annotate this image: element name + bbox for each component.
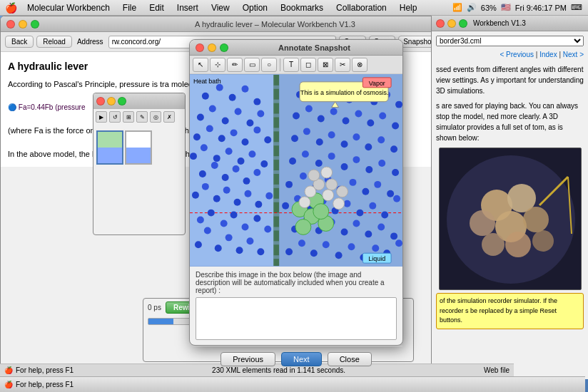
thumbnail-window: ▶ ↺ ⊞ ✎ ◎ ✗ — [93, 93, 186, 235]
tool-icon-2[interactable]: ↺ — [109, 111, 121, 123]
simulation-canvas: This is a simulation of osmosis. Heat ba… — [190, 74, 402, 267]
thumbnail-2[interactable] — [125, 130, 152, 165]
tool-separator — [280, 58, 280, 71]
tool-extra1[interactable]: ✂ — [335, 58, 350, 72]
tool-text[interactable]: T — [283, 58, 299, 72]
tool-pen[interactable]: ✏ — [227, 58, 243, 72]
svg-rect-19 — [273, 156, 279, 160]
back-button[interactable]: Back — [5, 36, 34, 48]
svg-point-95 — [341, 228, 348, 235]
svg-point-48 — [255, 201, 262, 208]
tool-icon-5[interactable]: ◎ — [150, 111, 161, 123]
dialog-max-btn[interactable] — [220, 43, 228, 52]
next-link[interactable]: Next > — [563, 51, 584, 58]
svg-point-145 — [392, 122, 399, 129]
dialog-min-btn[interactable] — [208, 43, 216, 52]
description-textarea[interactable] — [196, 297, 397, 340]
menu-option[interactable]: Option — [237, 1, 273, 14]
thumb-max[interactable] — [118, 97, 126, 105]
svg-point-77 — [216, 84, 223, 91]
tool-rect[interactable]: ▭ — [244, 58, 260, 72]
svg-point-75 — [257, 110, 264, 118]
svg-point-128 — [291, 135, 298, 142]
close-dialog-button[interactable]: Close — [328, 352, 372, 366]
svg-point-167 — [308, 170, 320, 181]
svg-point-122 — [328, 153, 335, 160]
thumb-min[interactable] — [107, 97, 116, 105]
index-link[interactable]: Index — [539, 51, 557, 58]
svg-point-81 — [285, 248, 293, 255]
svg-point-119 — [289, 158, 296, 165]
svg-point-83 — [310, 249, 318, 257]
tool-image[interactable]: ⊠ — [318, 58, 333, 72]
cml-selector[interactable]: border3d.cml — [436, 36, 584, 46]
maximize-button[interactable] — [31, 20, 39, 29]
menubar-right: 📶 🔊 63% 🇺🇸 Fri 9:46:17 PM ⌨ — [452, 3, 588, 12]
svg-rect-15 — [273, 100, 279, 103]
svg-point-66 — [230, 129, 238, 136]
svg-point-118 — [387, 190, 394, 197]
svg-rect-20 — [273, 170, 279, 174]
svg-point-38 — [230, 212, 238, 219]
right-max[interactable] — [459, 19, 467, 28]
3d-molecular-view — [439, 148, 582, 290]
svg-point-99 — [390, 232, 397, 239]
svg-point-51 — [211, 162, 218, 169]
close-button[interactable] — [6, 20, 15, 29]
right-min[interactable] — [447, 19, 456, 28]
tool-oval[interactable]: ○ — [261, 58, 277, 72]
svg-point-59 — [225, 148, 233, 155]
menu-edit[interactable]: Edit — [143, 1, 170, 14]
tool-extra2[interactable]: ⊗ — [352, 58, 368, 72]
menu-help[interactable]: Help — [394, 1, 423, 14]
status-left: For help, press F1 — [16, 366, 74, 374]
svg-point-80 — [253, 98, 260, 105]
battery-indicator: 63% — [481, 4, 497, 12]
next-button[interactable]: Next — [281, 352, 322, 366]
svg-point-166 — [299, 197, 310, 208]
svg-point-144 — [379, 113, 386, 120]
tool-icon-4[interactable]: ✎ — [136, 111, 148, 123]
right-text-2: s are saved for playing back. You can al… — [436, 100, 584, 143]
minimize-button[interactable] — [19, 20, 27, 29]
svg-point-5 — [523, 207, 549, 232]
tool-eraser[interactable]: ◻ — [300, 58, 316, 72]
apple-menu[interactable]: 🍎 — [0, 2, 21, 14]
svg-point-50 — [199, 170, 206, 177]
svg-point-123 — [341, 163, 348, 170]
svg-rect-14 — [273, 86, 279, 89]
svg-point-88 — [372, 244, 379, 252]
svg-point-130 — [316, 138, 323, 145]
svg-point-169 — [337, 186, 348, 197]
dialog-close-btn[interactable] — [196, 43, 204, 52]
svg-point-125 — [365, 166, 372, 173]
previous-button[interactable]: Previous — [220, 352, 275, 366]
reload-button[interactable]: Reload — [36, 36, 72, 48]
svg-point-126 — [378, 160, 385, 167]
thumb-close[interactable] — [96, 97, 105, 105]
menu-collaboration[interactable]: Collaboration — [330, 1, 392, 14]
tool-icon-6[interactable]: ✗ — [163, 111, 175, 123]
tool-arrow[interactable]: ↖ — [193, 58, 208, 72]
svg-point-121 — [315, 160, 323, 167]
right-close[interactable] — [436, 19, 445, 28]
svg-point-85 — [335, 252, 343, 259]
svg-point-129 — [303, 128, 310, 135]
thumbnail-strip — [96, 130, 182, 165]
sim-progress-fill — [148, 319, 173, 324]
menu-molecular-workbench[interactable]: Molecular Workbench — [21, 1, 116, 14]
thumbnail-1[interactable] — [96, 130, 123, 165]
menu-bookmarks[interactable]: Bookmarks — [275, 1, 329, 14]
menu-file[interactable]: File — [117, 1, 142, 14]
bluetooth-icon: ⌨ — [571, 3, 582, 12]
menu-view[interactable]: View — [206, 1, 235, 14]
tool-select[interactable]: ⊹ — [210, 58, 225, 72]
svg-point-138 — [305, 105, 313, 113]
svg-point-117 — [374, 181, 381, 188]
svg-point-72 — [222, 118, 229, 125]
menu-insert[interactable]: Insert — [171, 1, 204, 14]
svg-point-53 — [233, 165, 240, 172]
prev-link[interactable]: < Previous — [500, 51, 534, 58]
tool-icon-1[interactable]: ▶ — [96, 111, 107, 123]
tool-icon-3[interactable]: ⊞ — [123, 111, 134, 123]
